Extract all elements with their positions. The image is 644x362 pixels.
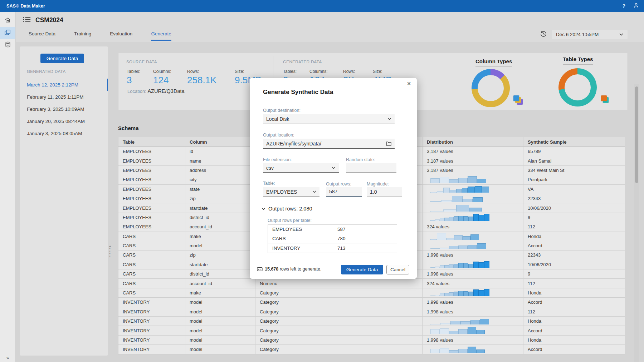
- histogram-bar: [454, 216, 458, 221]
- modal-generate-data-button[interactable]: Generate Data: [341, 265, 383, 274]
- rows-per-table-cell[interactable]: 780: [333, 234, 397, 243]
- table-row[interactable]: CARSaccount_idNumeric324 values112: [118, 279, 625, 288]
- rail-item-data[interactable]: [0, 39, 15, 51]
- histogram-bar: [482, 187, 489, 193]
- distribution-cell: 1,998 values: [423, 251, 523, 259]
- column-types-donut: [472, 69, 510, 107]
- distribution-cell: [423, 288, 523, 297]
- histogram-bar: [440, 177, 449, 183]
- rows-per-table-cell[interactable]: CARS: [268, 234, 333, 243]
- schema-cell: state: [185, 185, 255, 194]
- tab-generate[interactable]: Generate: [151, 31, 171, 41]
- output-location-input[interactable]: AZURE/myfiles/synData/: [263, 139, 395, 149]
- output-rows-expander[interactable]: Output rows: 2,080: [262, 206, 312, 212]
- synthetic-sample-cell: Honda: [523, 336, 625, 344]
- rail-item-projects[interactable]: [0, 27, 15, 39]
- schema-header-cell: Table: [118, 137, 185, 147]
- synthetic-sample-cell: Honda: [523, 232, 625, 241]
- schema-cell: city: [185, 175, 255, 184]
- schema-cell: CARS: [118, 251, 185, 259]
- rows-per-table-cell[interactable]: EMPLOYEES: [268, 225, 333, 234]
- rows-per-table-cell[interactable]: 713: [333, 243, 397, 253]
- tab-training[interactable]: Training: [74, 31, 91, 41]
- output-destination-select[interactable]: Local Disk: [263, 114, 395, 124]
- magnitude-input[interactable]: 1.0: [367, 187, 402, 197]
- close-icon[interactable]: ✕: [407, 81, 411, 86]
- schema-cell: model: [185, 241, 255, 250]
- rows-per-table-table: EMPLOYEES587CARS780INVENTORY713: [268, 224, 397, 253]
- histogram-bar: [430, 211, 443, 212]
- stat-tables: Tables:3: [127, 69, 140, 86]
- schema-cell: model: [185, 307, 255, 316]
- rows-per-table-cell[interactable]: INVENTORY: [268, 243, 333, 253]
- panel-resize-handle[interactable]: ◂••••: [108, 245, 112, 258]
- help-icon[interactable]: ?: [622, 3, 625, 9]
- schema-cell: INVENTORY: [118, 336, 185, 344]
- magnitude-value: 1.0: [370, 189, 377, 195]
- distribution-cell: [423, 317, 523, 326]
- generated-data-item[interactable]: February 11, 2025 1:11PM: [20, 91, 108, 103]
- table-row[interactable]: INVENTORYmodelCategoryHonda: [118, 317, 625, 326]
- generated-data-item[interactable]: January 20, 2025 08:44AM: [20, 115, 108, 127]
- scrollbar-thumb[interactable]: [635, 86, 638, 183]
- histogram-bar: [469, 208, 482, 212]
- vertical-scrollbar[interactable]: [634, 84, 639, 362]
- table-select[interactable]: EMPLOYEES: [263, 187, 319, 197]
- schema-cell: Category: [255, 326, 423, 335]
- synthetic-sample-cell: 22343: [523, 251, 625, 259]
- history-icon[interactable]: [540, 31, 547, 39]
- tab-source-data[interactable]: Source Data: [29, 31, 55, 41]
- schema-cell: INVENTORY: [118, 345, 185, 354]
- histogram-bar: [449, 246, 458, 249]
- rail-expand-icon[interactable]: »: [0, 355, 15, 361]
- schema-cell: model: [185, 298, 255, 307]
- table-row[interactable]: INVENTORYmodelCategory1,998 values112: [118, 307, 625, 317]
- schema-cell: Numeric: [255, 279, 423, 288]
- distribution-cell: [423, 203, 523, 212]
- generated-data-item[interactable]: February 3, 2025 10:09AM: [20, 103, 108, 115]
- histogram-bar: [430, 267, 435, 268]
- distribution-cell: 1,998 values: [423, 269, 523, 278]
- schema-cell: INVENTORY: [118, 326, 185, 335]
- generate-data-button[interactable]: Generate Data: [40, 54, 84, 63]
- rail-item-home[interactable]: [0, 15, 15, 27]
- table-row[interactable]: INVENTORYmodelCategory1,998 valuesAccord: [118, 298, 625, 307]
- tab-evaluation[interactable]: Evaluation: [110, 31, 132, 41]
- generated-data-item[interactable]: January 3, 2025 08:05AM: [20, 127, 108, 139]
- table-row[interactable]: INVENTORYmodelCategoryAccord: [118, 345, 625, 354]
- synthetic-sample-cell: 10/06/2020: [523, 203, 625, 212]
- rows-per-table-cell[interactable]: 587: [333, 225, 397, 234]
- histogram-bar: [435, 267, 440, 268]
- schema-cell: zip: [185, 194, 255, 203]
- table-row[interactable]: INVENTORYmodelCategory1,998 valuesHonda: [118, 336, 625, 345]
- histogram-bar: [437, 233, 446, 240]
- file-extension-label: File extension:: [263, 157, 292, 162]
- folder-icon[interactable]: [386, 141, 391, 146]
- synthetic-sample-cell: 9: [523, 269, 625, 278]
- snapshot-dropdown[interactable]: Dec 6 2024 1:55PM: [552, 30, 628, 39]
- histogram-bar: [462, 188, 468, 193]
- table-types-donut: [558, 68, 597, 106]
- synthetic-sample-cell: Accord: [523, 345, 625, 354]
- histogram-bar: [449, 264, 454, 268]
- file-extension-select[interactable]: csv: [263, 163, 339, 173]
- table-row[interactable]: INVENTORYmodelCategoryAccord: [118, 326, 625, 335]
- histogram-bar: [430, 248, 440, 249]
- table-row[interactable]: CARSmakeCategoryHonda: [118, 288, 625, 298]
- random-state-input[interactable]: [346, 163, 396, 173]
- generated-data-item[interactable]: March 12, 2025 2:12PM: [20, 79, 108, 91]
- distribution-cell: [423, 175, 523, 184]
- synthetic-sample-cell: 334 West Main St: [523, 166, 625, 175]
- synthetic-sample-cell: 112: [523, 307, 625, 316]
- histogram-bar: [430, 178, 440, 183]
- distribution-cell: [423, 260, 523, 269]
- project-list-icon[interactable]: [23, 15, 31, 25]
- synthetic-sample-cell: Accord: [523, 326, 625, 335]
- modal-cancel-button[interactable]: Cancel: [386, 265, 409, 274]
- user-icon[interactable]: [633, 3, 639, 9]
- chevron-down-icon: [312, 190, 316, 193]
- histogram-bar: [476, 349, 485, 353]
- histogram-bar: [430, 239, 437, 240]
- histogram-bar: [477, 179, 486, 183]
- output-rows-input[interactable]: 587: [326, 187, 362, 197]
